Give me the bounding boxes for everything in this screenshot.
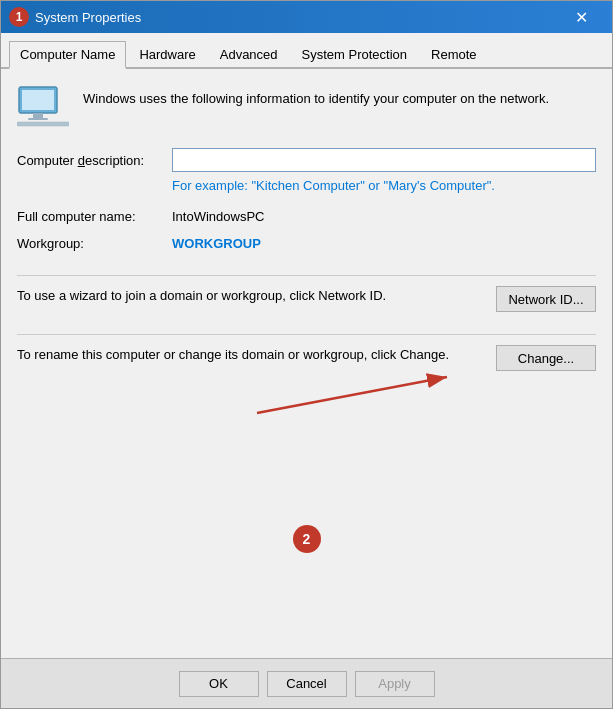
divider-1 [17,275,596,276]
system-properties-window: 1 System Properties ✕ Computer Name Hard… [0,0,613,709]
tab-remote[interactable]: Remote [420,41,488,69]
svg-rect-1 [22,90,54,110]
network-id-text: To use a wizard to join a domain or work… [17,286,486,306]
close-button[interactable]: ✕ [558,1,604,33]
svg-rect-4 [17,122,69,126]
content-area: Windows uses the following information t… [1,69,612,658]
badge-2-area: 2 [17,435,596,642]
apply-button[interactable]: Apply [355,671,435,697]
network-id-row: To use a wizard to join a domain or work… [17,286,596,312]
tab-computer-name[interactable]: Computer Name [9,41,126,69]
workgroup-value: WORKGROUP [172,230,596,257]
change-button[interactable]: Change... [496,345,596,371]
full-computer-name-label: Full computer name: [17,203,172,230]
tab-advanced[interactable]: Advanced [209,41,289,69]
badge-1: 1 [9,7,29,27]
computer-description-input[interactable] [172,148,596,172]
computer-description-field-wrapper [172,143,596,177]
workgroup-label: Workgroup: [17,230,172,257]
ok-button[interactable]: OK [179,671,259,697]
svg-rect-3 [28,118,48,120]
info-text: Windows uses the following information t… [83,85,549,109]
tab-system-protection[interactable]: System Protection [291,41,419,69]
title-bar: 1 System Properties ✕ [1,1,612,33]
form-grid: Computer description: For example: "Kitc… [17,143,596,257]
svg-rect-2 [33,113,43,118]
computer-description-label: Computer description: [17,143,172,177]
form-hint: For example: "Kitchen Computer" or "Mary… [172,177,596,203]
network-id-button[interactable]: Network ID... [496,286,596,312]
title-bar-text: System Properties [35,10,558,25]
badge-2: 2 [293,525,321,553]
cancel-button[interactable]: Cancel [267,671,347,697]
tab-bar: Computer Name Hardware Advanced System P… [1,33,612,69]
computer-icon [17,85,69,127]
svg-line-5 [257,377,447,413]
full-computer-name-value: IntoWindowsPC [172,203,596,230]
change-text: To rename this computer or change its do… [17,345,486,365]
footer: OK Cancel Apply [1,658,612,708]
info-box: Windows uses the following information t… [17,85,596,127]
tab-hardware[interactable]: Hardware [128,41,206,69]
divider-2 [17,334,596,335]
